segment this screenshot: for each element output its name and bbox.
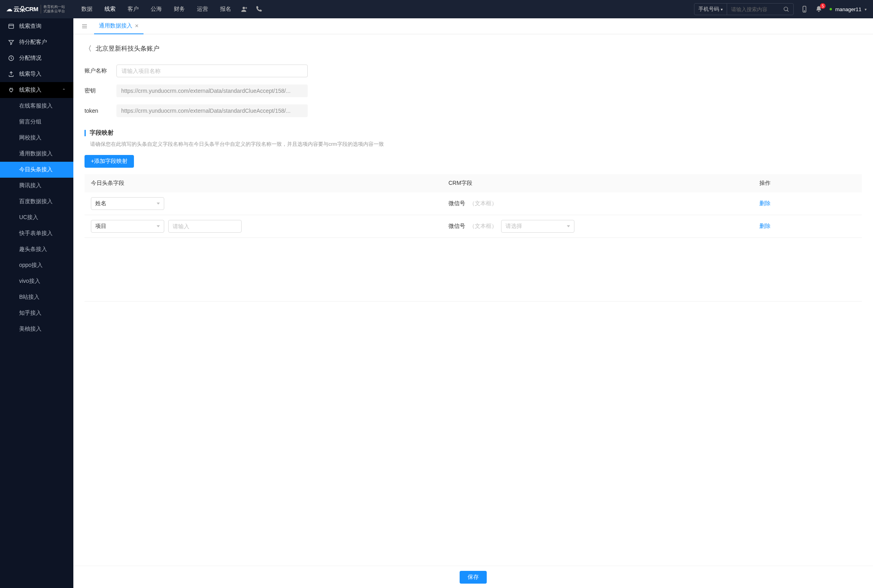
logo-brand: ☁ 云朵CRM [6, 6, 38, 13]
top-nav-item[interactable]: 客户 [128, 6, 139, 13]
search-type-select[interactable]: 手机号码 ▾ [694, 4, 727, 15]
table-row: 姓名微信号（文本框）删除 [85, 192, 862, 215]
collapse-sidebar-icon[interactable] [78, 23, 91, 29]
username: manager11 [835, 6, 861, 12]
section-hint: 请确保您在此填写的头条自定义字段名称与在今日头条平台中自定义的字段名称一致，并且… [85, 141, 862, 148]
key-value[interactable]: https://crm.yunduocrm.com/externalData/s… [116, 84, 308, 97]
save-button[interactable]: 保存 [460, 571, 487, 584]
sidebar-item[interactable]: 线索接入⌃ [0, 82, 73, 98]
logo-sub: 教育机构一站 式服务云平台 [41, 5, 65, 14]
list-icon [8, 23, 14, 29]
filter-icon [8, 39, 14, 45]
sidebar-sub-item[interactable]: 趣头条接入 [0, 241, 73, 257]
plug-icon [8, 87, 14, 93]
top-extra-icons [241, 6, 262, 13]
sidebar-sub-item[interactable]: 美柚接入 [0, 321, 73, 337]
sidebar-sub-item[interactable]: vivo接入 [0, 273, 73, 289]
sidebar-sub-item[interactable]: 通用数据接入 [0, 146, 73, 162]
delete-link[interactable]: 删除 [759, 223, 771, 229]
status-dot-icon [830, 8, 832, 10]
toutiao-field-select[interactable]: 姓名 [91, 197, 164, 210]
tab-active[interactable]: 通用数据接入 ✕ [94, 18, 144, 34]
top-nav-item[interactable]: 数据 [81, 6, 92, 13]
sidebar-sub-item[interactable]: 在线客服接入 [0, 98, 73, 114]
sidebar-sub-item[interactable]: 快手表单接入 [0, 225, 73, 241]
top-header: ☁ 云朵CRM 教育机构一站 式服务云平台 数据线索客户公海财务运营报名 手机号… [0, 0, 873, 18]
search-input[interactable] [727, 6, 779, 12]
sidebar: 线索查询待分配客户分配情况线索导入线索接入⌃在线客服接入留言分组网校接入通用数据… [0, 18, 73, 588]
top-nav-item[interactable]: 公海 [151, 6, 162, 13]
tabs-bar: 通用数据接入 ✕ [73, 18, 873, 34]
sidebar-sub-item[interactable]: 今日头条接入 [0, 162, 73, 178]
sidebar-item[interactable]: 分配情况 [0, 50, 73, 66]
col-action: 操作 [753, 174, 862, 192]
content: 〈 北京昱新科技头条账户 账户名称 密钥 https://crm.yunduoc… [73, 34, 873, 566]
top-nav-item[interactable]: 线索 [104, 6, 116, 13]
crm-field-name: 微信号 [448, 223, 465, 230]
chevron-down-icon: ▾ [865, 7, 867, 12]
account-name-input[interactable] [116, 65, 308, 77]
delete-link[interactable]: 删除 [759, 200, 771, 206]
sidebar-sub-item[interactable]: UC接入 [0, 210, 73, 225]
footer: 保存 [73, 566, 873, 588]
upload-icon [8, 71, 14, 77]
col-toutiao-field: 今日头条字段 [85, 174, 442, 192]
toutiao-field-input[interactable] [168, 220, 242, 233]
sidebar-sub-item[interactable]: 百度数据接入 [0, 194, 73, 210]
user-menu[interactable]: manager11 ▾ [830, 6, 867, 12]
sidebar-item[interactable]: 线索导入 [0, 66, 73, 82]
token-value[interactable]: https://crm.yunduocrm.com/externalData/s… [116, 104, 308, 117]
chevron-down-icon: ▾ [721, 7, 723, 12]
sidebar-sub-item[interactable]: 腾讯接入 [0, 178, 73, 194]
field-mapping-table: 今日头条字段 CRM字段 操作 姓名微信号（文本框）删除项目微信号（文本框）请选… [85, 174, 862, 238]
col-crm-field: CRM字段 [442, 174, 753, 192]
table-row: 项目微信号（文本框）请选择删除 [85, 215, 862, 238]
sidebar-sub-item[interactable]: oppo接入 [0, 257, 73, 273]
sidebar-sub-item[interactable]: 网校接入 [0, 130, 73, 146]
top-nav-item[interactable]: 报名 [220, 6, 231, 13]
token-label: token [85, 108, 116, 114]
logo: ☁ 云朵CRM 教育机构一站 式服务云平台 [6, 5, 73, 14]
close-icon[interactable]: ✕ [135, 23, 139, 29]
breadcrumb: 〈 北京昱新科技头条账户 [85, 44, 862, 53]
chevron-up-icon: ⌃ [62, 88, 65, 92]
crm-field-type: （文本框） [469, 200, 497, 207]
add-field-mapping-button[interactable]: +添加字段映射 [85, 155, 134, 168]
sidebar-sub-item[interactable]: B站接入 [0, 289, 73, 305]
svg-rect-4 [9, 24, 14, 29]
account-name-label: 账户名称 [85, 67, 116, 74]
phone-icon[interactable] [255, 6, 262, 13]
svg-point-0 [243, 7, 245, 9]
top-nav: 数据线索客户公海财务运营报名 [81, 6, 231, 13]
sidebar-sub-item[interactable]: 知乎接入 [0, 305, 73, 321]
mobile-icon[interactable] [801, 6, 808, 13]
user-add-icon[interactable] [241, 6, 248, 13]
section-title: 字段映射 [85, 129, 862, 137]
notification-badge: 5 [820, 3, 826, 9]
top-nav-item[interactable]: 运营 [197, 6, 208, 13]
section-bar-icon [85, 130, 86, 136]
svg-point-1 [784, 7, 788, 11]
bell-icon[interactable]: 5 [815, 6, 822, 13]
toutiao-field-select[interactable]: 项目 [91, 220, 164, 233]
crm-field-name: 微信号 [448, 200, 465, 207]
crm-field-select[interactable]: 请选择 [501, 220, 574, 233]
crm-field-type: （文本框） [469, 223, 497, 230]
sidebar-item[interactable]: 待分配客户 [0, 34, 73, 50]
main: 通用数据接入 ✕ 〈 北京昱新科技头条账户 账户名称 密钥 https://cr… [73, 18, 873, 588]
key-label: 密钥 [85, 87, 116, 94]
search-icon[interactable] [779, 6, 793, 12]
top-right: 手机号码 ▾ 5 manager11 ▾ [694, 3, 867, 15]
tab-label: 通用数据接入 [99, 22, 132, 29]
page-title: 北京昱新科技头条账户 [96, 45, 159, 53]
section-title-text: 字段映射 [90, 129, 114, 137]
svg-point-3 [804, 11, 805, 12]
sidebar-sub-item[interactable]: 留言分组 [0, 114, 73, 130]
back-icon[interactable]: 〈 [85, 44, 92, 53]
sidebar-item[interactable]: 线索查询 [0, 18, 73, 34]
search-box: 手机号码 ▾ [694, 3, 794, 15]
top-nav-item[interactable]: 财务 [174, 6, 185, 13]
clock-icon [8, 55, 14, 61]
